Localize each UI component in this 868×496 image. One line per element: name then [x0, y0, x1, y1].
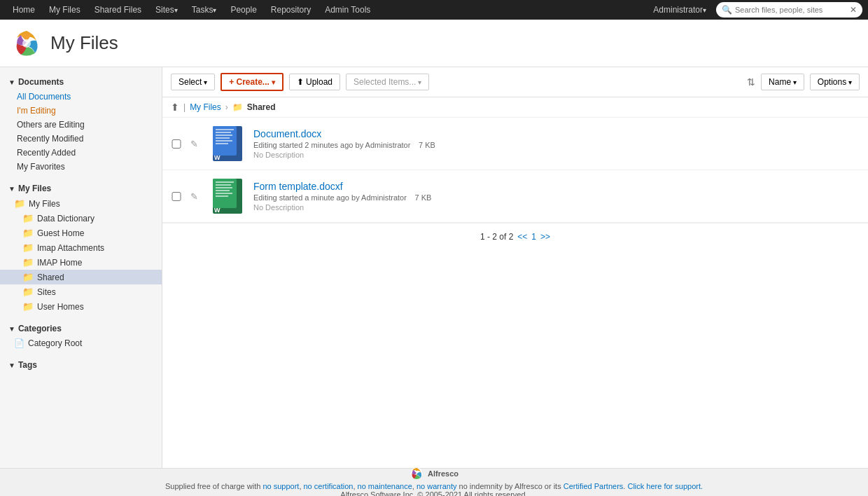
- search-box[interactable]: 🔍 ✕: [716, 2, 862, 18]
- folder-icon: 📁: [22, 301, 34, 312]
- selected-items-button[interactable]: Selected Items...: [346, 74, 429, 90]
- sidebar-item-category-root[interactable]: 📄 Category Root: [0, 336, 162, 350]
- nav-sharedfiles[interactable]: Shared Files: [88, 0, 148, 20]
- file-info-1: Document.docx Editing started 2 minutes …: [253, 128, 860, 159]
- select-button[interactable]: Select: [171, 74, 215, 90]
- svg-rect-18: [216, 195, 228, 197]
- folder-icon: 📁: [22, 257, 34, 268]
- sidebar-item-imap-attachments[interactable]: 📁 Imap Attachments: [0, 240, 162, 255]
- edit-icon-2[interactable]: ✎: [190, 191, 202, 202]
- clear-search-icon[interactable]: ✕: [850, 5, 857, 15]
- svg-rect-4: [216, 129, 234, 130]
- footer-click-support[interactable]: Click here for support.: [627, 482, 703, 490]
- docx-icon-1: W: [213, 126, 242, 161]
- sidebar-item-sites[interactable]: 📁 Sites: [0, 284, 162, 299]
- breadcrumb: ⬆ | My Files › 📁 Shared: [162, 97, 868, 118]
- breadcrumb-separator-1: |: [183, 102, 186, 112]
- nav-myfiles[interactable]: My Files: [42, 0, 88, 20]
- svg-rect-17: [216, 193, 232, 194]
- alfresco-logo: [11, 28, 42, 59]
- table-row: ✎ W: [162, 170, 868, 223]
- file-checkbox-2[interactable]: [171, 192, 182, 201]
- documents-section-title[interactable]: Documents: [0, 73, 162, 90]
- user-menu[interactable]: Administrator: [646, 0, 713, 20]
- breadcrumb-myfiles-link[interactable]: My Files: [190, 102, 221, 112]
- sidebar-item-recently-added[interactable]: Recently Added: [0, 146, 162, 160]
- file-icon-2: W: [210, 179, 245, 214]
- table-row: ✎ W: [162, 118, 868, 170]
- pagination-prev[interactable]: <<: [517, 232, 527, 242]
- file-meta-1: Editing started 2 minutes ago by Adminis…: [253, 139, 860, 150]
- footer-logo-row: Alfresco: [11, 467, 857, 481]
- edit-icon-1[interactable]: ✎: [190, 139, 202, 149]
- myfiles-section-title[interactable]: My Files: [0, 179, 162, 196]
- footer-supplied-text: Supplied free of charge with no support,…: [11, 482, 857, 490]
- nav-tasks[interactable]: Tasks: [185, 0, 224, 20]
- breadcrumb-home-icon[interactable]: ⬆: [171, 102, 179, 113]
- file-name-2[interactable]: Form template.docxf: [253, 181, 860, 192]
- docxf-icon: W: [213, 179, 242, 214]
- upload-button[interactable]: Upload: [289, 74, 340, 90]
- svg-text:W: W: [214, 207, 220, 214]
- pagination-next[interactable]: >>: [540, 232, 550, 242]
- svg-rect-7: [216, 137, 230, 139]
- sidebar-item-recently-modified[interactable]: Recently Modified: [0, 132, 162, 146]
- nav-home[interactable]: Home: [6, 0, 42, 20]
- file-list: ✎ W: [162, 118, 868, 223]
- file-info-2: Form template.docxf Editing started a mi…: [253, 181, 860, 212]
- search-input[interactable]: [735, 6, 847, 14]
- options-button[interactable]: Options: [810, 74, 860, 90]
- footer: Alfresco Supplied free of charge with no…: [0, 468, 868, 496]
- folder-icon: 📁: [14, 198, 25, 209]
- footer-alfresco-brand: Alfresco: [428, 469, 458, 478]
- doc-icon: 📄: [14, 338, 24, 348]
- toolbar: Select Create... Upload Selected Items..…: [162, 67, 868, 97]
- sidebar-item-my-favorites[interactable]: My Favorites: [0, 160, 162, 174]
- nav-sites[interactable]: Sites: [148, 0, 185, 20]
- tags-section-title[interactable]: Tags: [0, 356, 162, 373]
- footer-no-cert[interactable]: no certification: [304, 482, 354, 490]
- categories-section-title[interactable]: Categories: [0, 319, 162, 336]
- sidebar-item-shared[interactable]: 📁 Shared: [0, 270, 162, 284]
- nav-repository[interactable]: Repository: [264, 0, 318, 20]
- svg-rect-6: [216, 135, 232, 136]
- pagination-page-1[interactable]: 1: [531, 232, 536, 242]
- svg-rect-14: [216, 184, 231, 186]
- sidebar-item-others-editing[interactable]: Others are Editing: [0, 118, 162, 132]
- file-description-2: No Description: [253, 203, 860, 212]
- svg-text:W: W: [214, 154, 220, 161]
- svg-point-1: [22, 39, 31, 48]
- footer-copyright: Alfresco Software Inc. © 2005-2021 All r…: [11, 490, 857, 497]
- folder-icon: 📁: [22, 287, 34, 297]
- svg-rect-15: [216, 187, 232, 188]
- name-sort-button[interactable]: Name: [761, 74, 804, 90]
- nav-admintools[interactable]: Admin Tools: [318, 0, 377, 20]
- file-checkbox-1[interactable]: [171, 139, 182, 149]
- svg-rect-8: [216, 140, 232, 142]
- sidebar-item-guest-home[interactable]: 📁 Guest Home: [0, 226, 162, 240]
- breadcrumb-arrow: ›: [225, 102, 228, 112]
- svg-rect-13: [216, 181, 234, 183]
- sidebar-item-user-homes[interactable]: 📁 User Homes: [0, 299, 162, 314]
- svg-rect-16: [216, 190, 230, 191]
- pagination-range: 1 - 2 of 2: [480, 232, 513, 242]
- folder-icon: 📁: [22, 213, 34, 223]
- sidebar-item-im-editing[interactable]: I'm Editing: [0, 104, 162, 118]
- create-button[interactable]: Create...: [220, 73, 283, 91]
- sort-icon[interactable]: ⇅: [747, 76, 755, 88]
- nav-right: Administrator 🔍 ✕: [646, 0, 862, 20]
- sidebar: Documents All Documents I'm Editing Othe…: [0, 67, 162, 468]
- sidebar-item-all-documents[interactable]: All Documents: [0, 90, 162, 104]
- file-name-1[interactable]: Document.docx: [253, 128, 860, 139]
- folder-icon: 📁: [22, 242, 34, 253]
- footer-no-warranty[interactable]: no warranty: [416, 482, 456, 490]
- file-description-1: No Description: [253, 151, 860, 159]
- nav-people[interactable]: People: [223, 0, 263, 20]
- footer-no-support[interactable]: no support: [262, 482, 299, 490]
- sidebar-item-data-dictionary[interactable]: 📁 Data Dictionary: [0, 211, 162, 226]
- sidebar-myfiles-root[interactable]: 📁 My Files: [0, 196, 162, 211]
- footer-certified-partners[interactable]: Certified Partners: [564, 482, 624, 490]
- folder-icon: 📁: [22, 228, 34, 238]
- footer-no-maint[interactable]: no maintenance: [358, 482, 412, 490]
- sidebar-item-imap-home[interactable]: 📁 IMAP Home: [0, 255, 162, 270]
